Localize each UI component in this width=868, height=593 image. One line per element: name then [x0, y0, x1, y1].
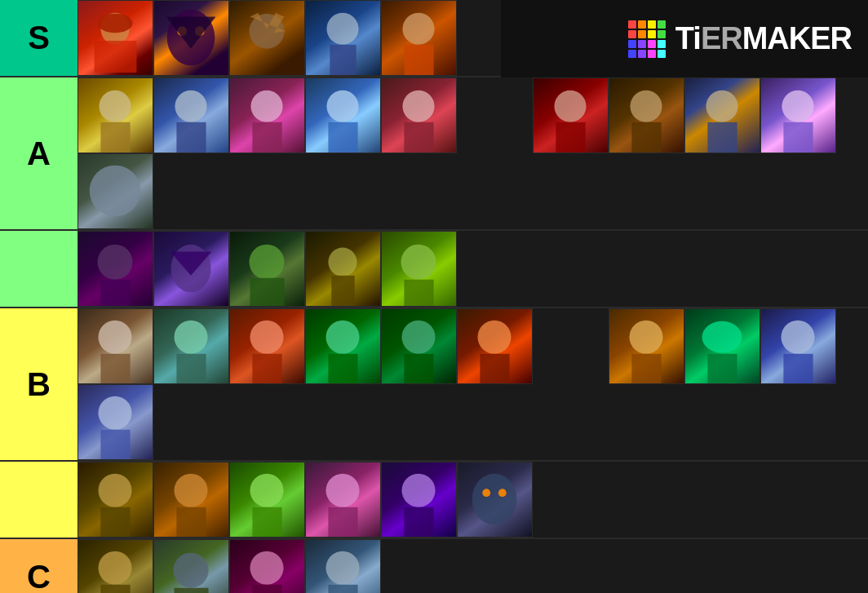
champion-caitlyn[interactable] — [153, 77, 229, 153]
svg-point-3 — [167, 10, 215, 65]
svg-rect-73 — [100, 585, 130, 593]
logo-text: TiERMAKER — [675, 21, 852, 56]
svg-point-39 — [98, 321, 131, 354]
logo-grid — [628, 20, 666, 58]
svg-rect-12 — [100, 122, 130, 153]
svg-point-32 — [171, 245, 211, 293]
champion-miss-fortune[interactable] — [381, 77, 457, 153]
champion-ahri[interactable] — [229, 77, 305, 153]
champion-twitch[interactable] — [153, 539, 229, 593]
tier-list: S — [0, 0, 868, 593]
svg-rect-52 — [631, 354, 661, 383]
champion-amumu[interactable] — [381, 231, 457, 307]
tier-row-s: S — [0, 0, 868, 77]
svg-point-47 — [401, 321, 435, 354]
svg-point-19 — [402, 91, 434, 122]
svg-rect-79 — [328, 585, 357, 593]
champion-ezreal[interactable] — [305, 77, 381, 153]
logo-cell — [638, 20, 646, 29]
svg-rect-60 — [100, 507, 130, 537]
svg-point-2 — [97, 14, 132, 33]
logo-cell — [628, 40, 636, 48]
champion-darius-b[interactable] — [78, 384, 153, 460]
champion-renekton-green[interactable] — [684, 308, 760, 384]
svg-rect-20 — [404, 122, 433, 153]
champion-olaf[interactable] — [305, 539, 381, 593]
svg-rect-75 — [174, 588, 208, 593]
champion-leesin[interactable] — [153, 462, 229, 538]
champion-annie-b[interactable] — [229, 308, 305, 384]
champion-syndra[interactable] — [381, 462, 457, 538]
svg-rect-42 — [176, 354, 206, 383]
logo-area: TiERMAKER — [501, 0, 868, 77]
svg-point-5 — [195, 26, 205, 36]
logo-cell — [628, 30, 636, 38]
champion-darius[interactable] — [533, 77, 609, 153]
champion-warwick[interactable] — [229, 231, 305, 307]
svg-point-6 — [249, 14, 284, 49]
logo-cell — [638, 50, 646, 58]
champion-talon[interactable] — [78, 462, 153, 538]
champion-fiddlesticks[interactable] — [305, 231, 381, 307]
champion-katarina[interactable] — [78, 0, 153, 76]
gap-b1 — [533, 308, 609, 384]
tier-row-b-2 — [0, 462, 868, 539]
svg-point-72 — [98, 551, 131, 585]
svg-point-15 — [250, 91, 282, 122]
champion-tryndamere[interactable] — [78, 308, 153, 384]
champion-cassiopeia-b[interactable] — [381, 308, 457, 384]
champion-graves[interactable] — [609, 77, 684, 153]
tier-content-b-1 — [78, 308, 868, 460]
logo-cell — [648, 50, 656, 58]
svg-rect-68 — [404, 507, 433, 537]
svg-rect-10 — [404, 45, 433, 75]
svg-point-74 — [173, 553, 208, 588]
logo-cell — [628, 20, 636, 29]
champion-garen[interactable] — [305, 0, 381, 76]
tier-label-b-spacer — [0, 462, 78, 538]
svg-point-57 — [98, 396, 131, 430]
svg-rect-40 — [100, 354, 130, 383]
svg-point-33 — [249, 245, 284, 280]
tier-label-b: B — [0, 308, 78, 460]
tier-content-a-2 — [78, 231, 868, 307]
svg-point-17 — [326, 91, 358, 122]
champion-hecarim[interactable] — [153, 308, 229, 384]
champion-elise[interactable] — [229, 539, 305, 593]
champion-warwick-b[interactable] — [457, 308, 533, 384]
champion-urgot[interactable] — [78, 539, 153, 593]
svg-point-65 — [326, 474, 359, 507]
champion-lux[interactable] — [760, 77, 836, 153]
svg-rect-28 — [783, 122, 813, 153]
svg-rect-38 — [404, 280, 433, 306]
champion-renekton-b[interactable] — [305, 308, 381, 384]
svg-rect-64 — [252, 507, 281, 537]
champion-malphite[interactable] — [78, 153, 153, 229]
champion-evelynn[interactable] — [305, 462, 381, 538]
svg-rect-46 — [328, 354, 357, 383]
svg-point-23 — [630, 91, 662, 122]
champion-sona[interactable] — [760, 308, 836, 384]
svg-point-37 — [401, 245, 436, 280]
champion-rengar[interactable] — [229, 0, 305, 76]
svg-rect-54 — [707, 354, 737, 383]
svg-point-11 — [99, 91, 131, 122]
champion-nocturne[interactable] — [153, 0, 229, 76]
logo-cell — [658, 30, 666, 38]
gap-a1 — [457, 77, 533, 153]
svg-point-25 — [706, 91, 737, 122]
champion-draven[interactable] — [381, 0, 457, 76]
svg-rect-62 — [176, 507, 206, 537]
svg-rect-34 — [250, 278, 284, 306]
svg-point-63 — [250, 474, 283, 507]
champion-nocturne-b[interactable] — [457, 462, 533, 538]
champion-sivir[interactable] — [78, 77, 153, 153]
svg-rect-44 — [252, 354, 281, 383]
champion-rumble[interactable] — [609, 308, 684, 384]
champion-mordekaiser[interactable] — [78, 231, 153, 307]
champion-nidalee[interactable] — [229, 462, 305, 538]
champion-jarvan[interactable] — [684, 77, 760, 153]
champion-khazix[interactable] — [153, 231, 229, 307]
svg-point-61 — [174, 474, 207, 507]
svg-point-76 — [250, 551, 283, 585]
